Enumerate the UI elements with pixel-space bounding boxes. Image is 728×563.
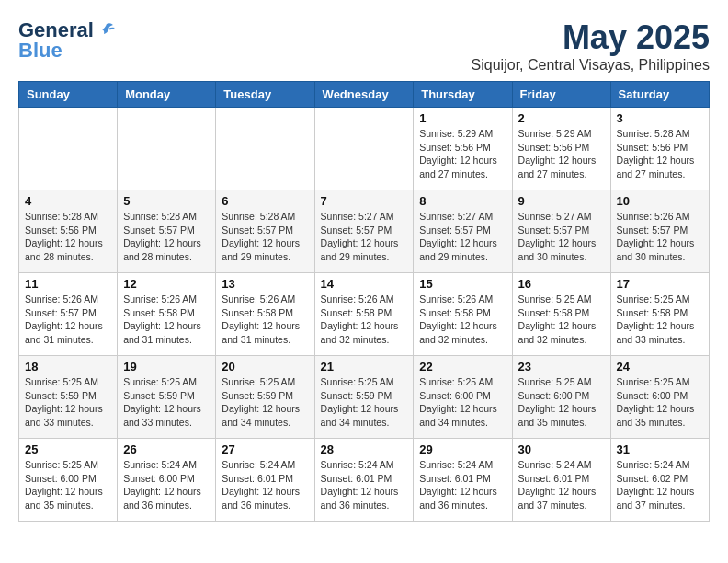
day-info: Sunrise: 5:29 AM Sunset: 5:56 PM Dayligh… [518,127,605,181]
day-info: Sunrise: 5:24 AM Sunset: 6:01 PM Dayligh… [419,458,506,512]
day-number: 24 [617,360,703,373]
calendar-week-row: 11Sunrise: 5:26 AM Sunset: 5:57 PM Dayli… [19,273,710,356]
calendar-cell: 5Sunrise: 5:28 AM Sunset: 5:57 PM Daylig… [118,190,216,273]
day-number: 21 [321,360,408,373]
calendar-cell: 10Sunrise: 5:26 AM Sunset: 5:57 PM Dayli… [610,190,709,273]
calendar-cell [19,108,118,190]
calendar-cell: 24Sunrise: 5:25 AM Sunset: 6:00 PM Dayli… [610,356,709,439]
calendar-cell: 4Sunrise: 5:28 AM Sunset: 5:56 PM Daylig… [19,190,118,273]
day-number: 4 [25,194,111,208]
day-info: Sunrise: 5:25 AM Sunset: 5:58 PM Dayligh… [518,293,605,347]
day-number: 25 [25,442,111,456]
day-number: 28 [321,442,408,456]
day-info: Sunrise: 5:25 AM Sunset: 6:00 PM Dayligh… [518,375,605,430]
day-number: 18 [25,360,111,373]
calendar-table: SundayMondayTuesdayWednesdayThursdayFrid… [18,81,710,522]
month-title: May 2025 [472,18,710,57]
calendar-cell: 6Sunrise: 5:28 AM Sunset: 5:57 PM Daylig… [216,190,314,273]
day-info: Sunrise: 5:25 AM Sunset: 6:00 PM Dayligh… [25,458,111,512]
day-info: Sunrise: 5:25 AM Sunset: 5:58 PM Dayligh… [617,293,703,347]
calendar-cell: 20Sunrise: 5:25 AM Sunset: 5:59 PM Dayli… [216,356,314,439]
day-info: Sunrise: 5:26 AM Sunset: 5:57 PM Dayligh… [25,293,111,347]
calendar-cell: 22Sunrise: 5:25 AM Sunset: 6:00 PM Dayli… [414,356,512,439]
calendar-week-row: 18Sunrise: 5:25 AM Sunset: 5:59 PM Dayli… [19,356,710,439]
calendar-cell: 18Sunrise: 5:25 AM Sunset: 5:59 PM Dayli… [19,356,118,439]
day-number: 20 [222,360,308,373]
calendar-cell: 14Sunrise: 5:26 AM Sunset: 5:58 PM Dayli… [314,273,414,356]
day-info: Sunrise: 5:27 AM Sunset: 5:57 PM Dayligh… [518,210,605,264]
calendar-week-row: 25Sunrise: 5:25 AM Sunset: 6:00 PM Dayli… [19,439,710,522]
calendar-cell [314,108,414,190]
day-number: 22 [419,360,506,373]
calendar-cell: 9Sunrise: 5:27 AM Sunset: 5:57 PM Daylig… [512,190,610,273]
day-number: 17 [617,277,703,291]
calendar-cell: 13Sunrise: 5:26 AM Sunset: 5:58 PM Dayli… [216,273,314,356]
day-info: Sunrise: 5:27 AM Sunset: 5:57 PM Dayligh… [419,210,506,264]
calendar-cell: 29Sunrise: 5:24 AM Sunset: 6:01 PM Dayli… [414,439,512,522]
calendar-cell: 27Sunrise: 5:24 AM Sunset: 6:01 PM Dayli… [216,439,314,522]
calendar-cell: 7Sunrise: 5:27 AM Sunset: 5:57 PM Daylig… [314,190,414,273]
calendar-cell: 23Sunrise: 5:25 AM Sunset: 6:00 PM Dayli… [512,356,610,439]
weekday-header-thursday: Thursday [414,82,512,108]
day-info: Sunrise: 5:25 AM Sunset: 6:00 PM Dayligh… [617,375,703,430]
day-number: 9 [518,194,605,208]
weekday-header-monday: Monday [118,82,216,108]
calendar-cell: 11Sunrise: 5:26 AM Sunset: 5:57 PM Dayli… [19,273,118,356]
day-info: Sunrise: 5:26 AM Sunset: 5:58 PM Dayligh… [321,293,408,347]
calendar-cell [118,108,216,190]
day-number: 6 [222,194,308,208]
weekday-header-tuesday: Tuesday [216,82,314,108]
calendar-cell: 19Sunrise: 5:25 AM Sunset: 5:59 PM Dayli… [118,356,216,439]
calendar-cell: 26Sunrise: 5:24 AM Sunset: 6:00 PM Dayli… [118,439,216,522]
calendar-header-row: SundayMondayTuesdayWednesdayThursdayFrid… [19,82,710,108]
day-info: Sunrise: 5:28 AM Sunset: 5:56 PM Dayligh… [25,210,111,264]
day-number: 14 [321,277,408,291]
day-number: 2 [518,111,605,125]
day-info: Sunrise: 5:26 AM Sunset: 5:58 PM Dayligh… [419,293,506,347]
calendar-cell: 3Sunrise: 5:28 AM Sunset: 5:56 PM Daylig… [610,108,709,190]
calendar-cell: 17Sunrise: 5:25 AM Sunset: 5:58 PM Dayli… [610,273,709,356]
day-info: Sunrise: 5:26 AM Sunset: 5:58 PM Dayligh… [222,293,308,347]
logo: General Blue [18,18,117,63]
day-number: 29 [419,442,506,456]
day-number: 3 [617,111,703,125]
day-info: Sunrise: 5:25 AM Sunset: 6:00 PM Dayligh… [419,375,506,430]
day-number: 26 [123,442,210,456]
day-info: Sunrise: 5:25 AM Sunset: 5:59 PM Dayligh… [123,375,210,430]
calendar-cell: 16Sunrise: 5:25 AM Sunset: 5:58 PM Dayli… [512,273,610,356]
weekday-header-friday: Friday [512,82,610,108]
day-info: Sunrise: 5:24 AM Sunset: 6:02 PM Dayligh… [617,458,703,512]
calendar-cell: 25Sunrise: 5:25 AM Sunset: 6:00 PM Dayli… [19,439,118,522]
weekday-header-sunday: Sunday [19,82,118,108]
day-number: 13 [222,277,308,291]
calendar-cell: 30Sunrise: 5:24 AM Sunset: 6:01 PM Dayli… [512,439,610,522]
day-info: Sunrise: 5:24 AM Sunset: 6:01 PM Dayligh… [518,458,605,512]
day-info: Sunrise: 5:25 AM Sunset: 5:59 PM Dayligh… [222,375,308,430]
calendar-cell: 2Sunrise: 5:29 AM Sunset: 5:56 PM Daylig… [512,108,610,190]
calendar-week-row: 4Sunrise: 5:28 AM Sunset: 5:56 PM Daylig… [19,190,710,273]
day-info: Sunrise: 5:24 AM Sunset: 6:00 PM Dayligh… [123,458,210,512]
day-info: Sunrise: 5:27 AM Sunset: 5:57 PM Dayligh… [321,210,408,264]
day-number: 19 [123,360,210,373]
day-info: Sunrise: 5:28 AM Sunset: 5:57 PM Dayligh… [123,210,210,264]
day-info: Sunrise: 5:24 AM Sunset: 6:01 PM Dayligh… [321,458,408,512]
day-number: 23 [518,360,605,373]
day-number: 10 [617,194,703,208]
day-info: Sunrise: 5:24 AM Sunset: 6:01 PM Dayligh… [222,458,308,512]
day-number: 12 [123,277,210,291]
weekday-header-wednesday: Wednesday [314,82,414,108]
day-info: Sunrise: 5:26 AM Sunset: 5:57 PM Dayligh… [617,210,703,264]
day-number: 15 [419,277,506,291]
day-number: 30 [518,442,605,456]
calendar-cell: 1Sunrise: 5:29 AM Sunset: 5:56 PM Daylig… [414,108,512,190]
calendar-cell: 31Sunrise: 5:24 AM Sunset: 6:02 PM Dayli… [610,439,709,522]
day-number: 31 [617,442,703,456]
calendar-cell: 8Sunrise: 5:27 AM Sunset: 5:57 PM Daylig… [414,190,512,273]
calendar-week-row: 1Sunrise: 5:29 AM Sunset: 5:56 PM Daylig… [19,108,710,190]
logo-bird-icon [97,20,117,40]
day-info: Sunrise: 5:29 AM Sunset: 5:56 PM Dayligh… [419,127,506,181]
day-number: 27 [222,442,308,456]
location-title: Siquijor, Central Visayas, Philippines [472,57,710,74]
day-info: Sunrise: 5:28 AM Sunset: 5:56 PM Dayligh… [617,127,703,181]
calendar-cell: 28Sunrise: 5:24 AM Sunset: 6:01 PM Dayli… [314,439,414,522]
